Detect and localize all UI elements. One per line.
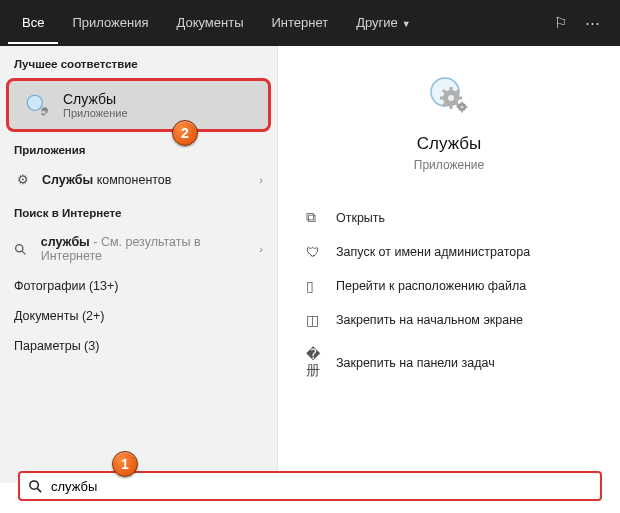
svg-point-0 xyxy=(27,95,42,110)
feedback-icon[interactable]: ⚐ xyxy=(554,14,567,32)
action-pin-to-taskbar[interactable]: �册 Закрепить на панели задач xyxy=(278,337,620,389)
search-icon xyxy=(28,479,43,494)
annotation-badge-1: 1 xyxy=(112,451,138,477)
svg-point-14 xyxy=(30,480,38,488)
annotation-badge-2: 2 xyxy=(172,120,198,146)
tab-internet[interactable]: Интернет xyxy=(257,3,342,44)
pin-start-icon: ◫ xyxy=(306,312,324,328)
svg-line-2 xyxy=(22,251,25,254)
preview-panel: Службы Приложение ⧉ Открыть 🛡 Запуск от … xyxy=(278,46,620,483)
chevron-right-icon: › xyxy=(259,243,263,255)
result-web-search[interactable]: службы - См. результаты в Интернете › xyxy=(0,227,277,271)
action-open[interactable]: ⧉ Открыть xyxy=(278,200,620,235)
result-title: Службы xyxy=(63,91,128,107)
search-category-tabs: Все Приложения Документы Интернет Другие… xyxy=(0,0,620,46)
best-match-result[interactable]: Службы Приложение xyxy=(6,78,271,132)
admin-shield-icon: 🛡 xyxy=(306,244,324,260)
folder-icon: ▯ xyxy=(306,278,324,294)
chevron-down-icon: ▼ xyxy=(402,19,411,29)
svg-point-9 xyxy=(448,95,454,101)
result-documents[interactable]: Документы (2+) xyxy=(0,301,277,331)
more-options-icon[interactable]: ⋯ xyxy=(585,14,600,32)
search-icon xyxy=(14,243,31,256)
apps-section-label: Приложения xyxy=(0,132,277,164)
tab-apps[interactable]: Приложения xyxy=(58,3,162,44)
result-photos[interactable]: Фотографии (13+) xyxy=(0,271,277,301)
results-panel: Лучшее соответствие Службы Приложение Пр… xyxy=(0,46,278,483)
search-box[interactable] xyxy=(18,471,602,501)
result-app-components[interactable]: ⚙ Службы компонентов › xyxy=(0,164,277,195)
result-settings[interactable]: Параметры (3) xyxy=(0,331,277,361)
preview-title: Службы xyxy=(278,134,620,154)
result-subtitle: Приложение xyxy=(63,107,128,119)
chevron-right-icon: › xyxy=(259,174,263,186)
svg-point-13 xyxy=(461,106,464,109)
services-app-icon xyxy=(425,72,473,120)
open-icon: ⧉ xyxy=(306,209,324,226)
search-input[interactable] xyxy=(51,479,592,494)
action-run-as-admin[interactable]: 🛡 Запуск от имени администратора xyxy=(278,235,620,269)
pin-taskbar-icon: �册 xyxy=(306,346,324,380)
tab-more[interactable]: Другие▼ xyxy=(342,3,425,44)
gear-icon: ⚙ xyxy=(14,172,32,187)
tab-all[interactable]: Все xyxy=(8,3,58,44)
services-gear-icon xyxy=(23,91,51,119)
svg-point-1 xyxy=(16,244,23,251)
best-match-label: Лучшее соответствие xyxy=(0,46,277,78)
preview-subtitle: Приложение xyxy=(278,158,620,172)
svg-line-15 xyxy=(37,488,41,492)
tab-documents[interactable]: Документы xyxy=(162,3,257,44)
action-open-file-location[interactable]: ▯ Перейти к расположению файла xyxy=(278,269,620,303)
web-section-label: Поиск в Интернете xyxy=(0,195,277,227)
action-pin-to-start[interactable]: ◫ Закрепить на начальном экране xyxy=(278,303,620,337)
